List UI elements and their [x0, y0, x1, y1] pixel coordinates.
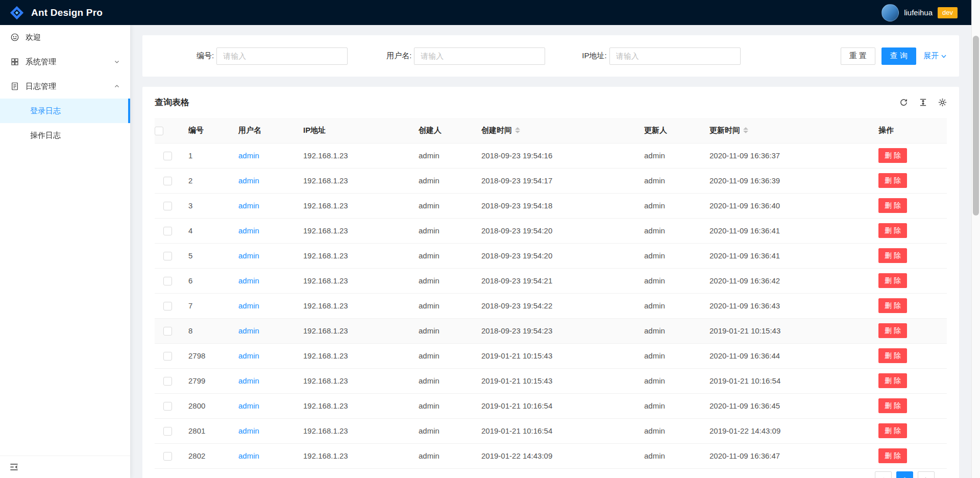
id-input[interactable]: [216, 47, 348, 65]
row-checkbox[interactable]: [163, 202, 172, 210]
cell-ip: 192.168.1.23: [295, 343, 410, 368]
delete-button[interactable]: 删 除: [878, 198, 907, 213]
form-group-username: 用户名:: [386, 47, 545, 65]
density-icon[interactable]: [919, 98, 927, 107]
menu-fold-icon[interactable]: [9, 462, 19, 472]
username-link[interactable]: admin: [238, 376, 259, 385]
settings-icon[interactable]: [938, 98, 947, 107]
user-avatar[interactable]: [881, 4, 899, 21]
sorter-icon[interactable]: [515, 127, 520, 133]
cell-username: admin: [230, 368, 295, 393]
delete-button[interactable]: 删 除: [878, 173, 907, 188]
cell-update-time: 2020-11-09 16:36:41: [701, 218, 870, 243]
username-link[interactable]: admin: [238, 326, 259, 335]
column-header-create-time[interactable]: 创建时间: [473, 118, 636, 143]
delete-button[interactable]: 删 除: [878, 448, 907, 463]
table-row: 2800 admin 192.168.1.23 admin 2019-01-21…: [155, 393, 947, 418]
delete-button[interactable]: 删 除: [878, 348, 907, 363]
row-checkbox[interactable]: [163, 427, 172, 436]
row-checkbox[interactable]: [163, 352, 172, 361]
cell-action: 删 除: [870, 343, 947, 368]
username-link[interactable]: admin: [238, 276, 259, 285]
row-checkbox[interactable]: [163, 177, 172, 185]
pagination-prev-button[interactable]: [875, 471, 892, 478]
column-header-username: 用户名: [230, 118, 295, 143]
header-username[interactable]: liufeihua: [904, 8, 933, 17]
username-link[interactable]: admin: [238, 226, 259, 235]
sidebar-item-login-log[interactable]: 登录日志: [0, 99, 130, 123]
cell-id: 3: [180, 193, 230, 218]
username-link[interactable]: admin: [238, 201, 259, 210]
sidebar-item-system-management[interactable]: 系统管理: [0, 50, 130, 74]
row-checkbox[interactable]: [163, 452, 172, 461]
query-button[interactable]: 查 询: [881, 47, 916, 65]
row-checkbox[interactable]: [163, 227, 172, 235]
header-brand: Ant Design Pro: [9, 5, 103, 20]
cell-create-time: 2019-01-21 10:16:54: [473, 418, 636, 443]
pagination-next-button[interactable]: [918, 471, 935, 478]
select-all-checkbox[interactable]: [155, 127, 163, 135]
reload-icon[interactable]: [899, 98, 908, 107]
cell-create-time: 2019-01-21 10:15:43: [473, 343, 636, 368]
row-checkbox[interactable]: [163, 402, 172, 411]
sorter-icon[interactable]: [743, 127, 748, 133]
cell-updater: admin: [636, 243, 701, 268]
reset-button[interactable]: 重 置: [841, 47, 875, 65]
delete-button[interactable]: 删 除: [878, 423, 907, 438]
table-row: 1 admin 192.168.1.23 admin 2018-09-23 19…: [155, 143, 947, 168]
cell-updater: admin: [636, 343, 701, 368]
username-link[interactable]: admin: [238, 426, 259, 435]
table-title: 查询表格: [155, 97, 889, 108]
username-input[interactable]: [414, 47, 545, 65]
cell-ip: 192.168.1.23: [295, 293, 410, 318]
sidebar-item-log-management[interactable]: 日志管理: [0, 74, 130, 99]
delete-button[interactable]: 删 除: [878, 223, 907, 238]
username-link[interactable]: admin: [238, 301, 259, 310]
username-link[interactable]: admin: [238, 401, 259, 410]
username-link[interactable]: admin: [238, 176, 259, 185]
row-checkbox[interactable]: [163, 277, 172, 285]
column-header-update-time[interactable]: 更新时间: [701, 118, 870, 143]
delete-button[interactable]: 删 除: [878, 148, 907, 163]
delete-button[interactable]: 删 除: [878, 373, 907, 388]
row-checkbox[interactable]: [163, 377, 172, 386]
row-checkbox[interactable]: [163, 252, 172, 260]
username-link[interactable]: admin: [238, 251, 259, 260]
cell-update-time: 2020-11-09 16:36:44: [701, 343, 870, 368]
cell-id: 2798: [180, 343, 230, 368]
username-link[interactable]: admin: [238, 451, 259, 460]
cell-username: admin: [230, 193, 295, 218]
scrollbar-thumb[interactable]: [973, 36, 979, 216]
cell-username: admin: [230, 443, 295, 468]
delete-button[interactable]: 删 除: [878, 298, 907, 313]
ip-input[interactable]: [609, 47, 741, 65]
cell-id: 2802: [180, 443, 230, 468]
cell-username: admin: [230, 243, 295, 268]
sidebar-item-operation-log[interactable]: 操作日志: [0, 123, 130, 148]
pagination-page-1[interactable]: 1: [896, 471, 913, 478]
table-row: 2 admin 192.168.1.23 admin 2018-09-23 19…: [155, 168, 947, 193]
username-link[interactable]: admin: [238, 351, 259, 360]
sidebar-item-label: 操作日志: [30, 131, 61, 140]
sidebar-item-welcome[interactable]: 欢迎: [0, 25, 130, 50]
expand-link-label: 展开: [923, 51, 939, 61]
delete-button[interactable]: 删 除: [878, 248, 907, 263]
cell-action: 删 除: [870, 243, 947, 268]
row-checkbox[interactable]: [163, 327, 172, 336]
cell-creator: admin: [410, 243, 473, 268]
cell-updater: admin: [636, 218, 701, 243]
delete-button[interactable]: 删 除: [878, 398, 907, 413]
cell-updater: admin: [636, 318, 701, 343]
cell-action: 删 除: [870, 443, 947, 468]
cell-updater: admin: [636, 268, 701, 293]
expand-link[interactable]: 展开: [923, 51, 947, 61]
delete-button[interactable]: 删 除: [878, 323, 907, 338]
header-user-area[interactable]: liufeihua dev: [881, 4, 958, 21]
delete-button[interactable]: 删 除: [878, 273, 907, 288]
cell-ip: 192.168.1.23: [295, 318, 410, 343]
username-link[interactable]: admin: [238, 151, 259, 160]
cell-update-time: 2020-11-09 16:36:37: [701, 143, 870, 168]
row-checkbox[interactable]: [163, 302, 172, 310]
scrollbar-track[interactable]: [971, 0, 980, 478]
row-checkbox[interactable]: [163, 152, 172, 160]
